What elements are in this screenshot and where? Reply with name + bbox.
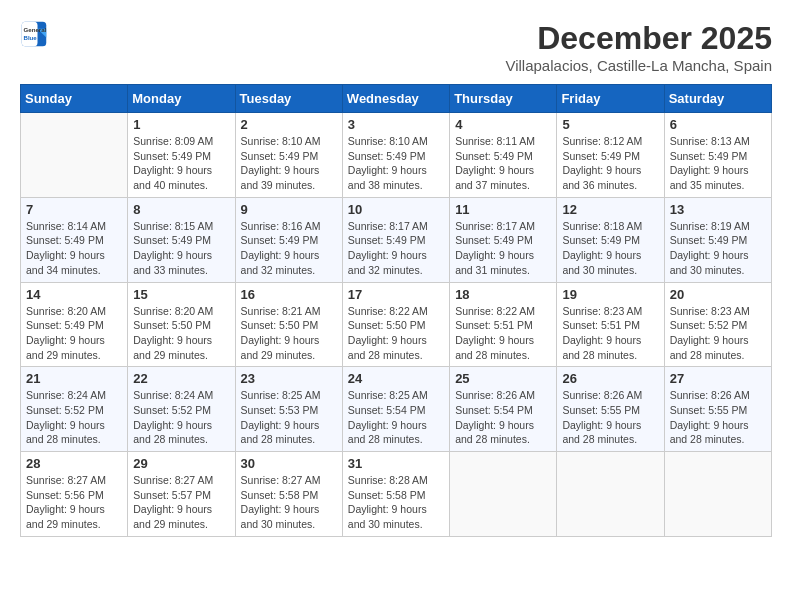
col-header-wednesday: Wednesday (342, 85, 449, 113)
day-info: Sunrise: 8:28 AMSunset: 5:58 PMDaylight:… (348, 473, 444, 532)
day-number: 30 (241, 456, 337, 471)
day-info: Sunrise: 8:11 AMSunset: 5:49 PMDaylight:… (455, 134, 551, 193)
week-row-1: 7Sunrise: 8:14 AMSunset: 5:49 PMDaylight… (21, 197, 772, 282)
day-number: 8 (133, 202, 229, 217)
day-info: Sunrise: 8:16 AMSunset: 5:49 PMDaylight:… (241, 219, 337, 278)
day-cell: 2Sunrise: 8:10 AMSunset: 5:49 PMDaylight… (235, 113, 342, 198)
day-cell: 6Sunrise: 8:13 AMSunset: 5:49 PMDaylight… (664, 113, 771, 198)
logo-icon: General Blue (20, 20, 48, 48)
day-number: 21 (26, 371, 122, 386)
day-number: 5 (562, 117, 658, 132)
day-info: Sunrise: 8:19 AMSunset: 5:49 PMDaylight:… (670, 219, 766, 278)
day-info: Sunrise: 8:20 AMSunset: 5:49 PMDaylight:… (26, 304, 122, 363)
day-cell: 19Sunrise: 8:23 AMSunset: 5:51 PMDayligh… (557, 282, 664, 367)
day-cell: 28Sunrise: 8:27 AMSunset: 5:56 PMDayligh… (21, 452, 128, 537)
day-cell: 3Sunrise: 8:10 AMSunset: 5:49 PMDaylight… (342, 113, 449, 198)
day-info: Sunrise: 8:24 AMSunset: 5:52 PMDaylight:… (133, 388, 229, 447)
day-info: Sunrise: 8:26 AMSunset: 5:54 PMDaylight:… (455, 388, 551, 447)
day-cell: 11Sunrise: 8:17 AMSunset: 5:49 PMDayligh… (450, 197, 557, 282)
day-cell: 30Sunrise: 8:27 AMSunset: 5:58 PMDayligh… (235, 452, 342, 537)
day-number: 31 (348, 456, 444, 471)
svg-text:General: General (24, 26, 47, 33)
day-cell: 13Sunrise: 8:19 AMSunset: 5:49 PMDayligh… (664, 197, 771, 282)
day-cell: 14Sunrise: 8:20 AMSunset: 5:49 PMDayligh… (21, 282, 128, 367)
day-cell: 17Sunrise: 8:22 AMSunset: 5:50 PMDayligh… (342, 282, 449, 367)
svg-text:Blue: Blue (24, 34, 38, 41)
day-cell (450, 452, 557, 537)
day-cell: 24Sunrise: 8:25 AMSunset: 5:54 PMDayligh… (342, 367, 449, 452)
day-cell: 21Sunrise: 8:24 AMSunset: 5:52 PMDayligh… (21, 367, 128, 452)
day-number: 20 (670, 287, 766, 302)
day-cell: 29Sunrise: 8:27 AMSunset: 5:57 PMDayligh… (128, 452, 235, 537)
day-info: Sunrise: 8:22 AMSunset: 5:51 PMDaylight:… (455, 304, 551, 363)
day-cell (21, 113, 128, 198)
col-header-sunday: Sunday (21, 85, 128, 113)
day-info: Sunrise: 8:21 AMSunset: 5:50 PMDaylight:… (241, 304, 337, 363)
day-number: 25 (455, 371, 551, 386)
week-row-0: 1Sunrise: 8:09 AMSunset: 5:49 PMDaylight… (21, 113, 772, 198)
day-number: 4 (455, 117, 551, 132)
day-number: 9 (241, 202, 337, 217)
calendar-subtitle: Villapalacios, Castille-La Mancha, Spain (505, 57, 772, 74)
day-number: 6 (670, 117, 766, 132)
day-info: Sunrise: 8:27 AMSunset: 5:58 PMDaylight:… (241, 473, 337, 532)
day-cell: 27Sunrise: 8:26 AMSunset: 5:55 PMDayligh… (664, 367, 771, 452)
day-info: Sunrise: 8:09 AMSunset: 5:49 PMDaylight:… (133, 134, 229, 193)
col-header-friday: Friday (557, 85, 664, 113)
week-row-3: 21Sunrise: 8:24 AMSunset: 5:52 PMDayligh… (21, 367, 772, 452)
day-cell: 5Sunrise: 8:12 AMSunset: 5:49 PMDaylight… (557, 113, 664, 198)
day-cell: 25Sunrise: 8:26 AMSunset: 5:54 PMDayligh… (450, 367, 557, 452)
day-number: 16 (241, 287, 337, 302)
day-number: 26 (562, 371, 658, 386)
day-info: Sunrise: 8:22 AMSunset: 5:50 PMDaylight:… (348, 304, 444, 363)
day-info: Sunrise: 8:27 AMSunset: 5:56 PMDaylight:… (26, 473, 122, 532)
day-number: 15 (133, 287, 229, 302)
header-row: SundayMondayTuesdayWednesdayThursdayFrid… (21, 85, 772, 113)
day-cell: 16Sunrise: 8:21 AMSunset: 5:50 PMDayligh… (235, 282, 342, 367)
day-number: 19 (562, 287, 658, 302)
day-info: Sunrise: 8:26 AMSunset: 5:55 PMDaylight:… (670, 388, 766, 447)
col-header-monday: Monday (128, 85, 235, 113)
day-cell (557, 452, 664, 537)
day-number: 29 (133, 456, 229, 471)
day-cell: 20Sunrise: 8:23 AMSunset: 5:52 PMDayligh… (664, 282, 771, 367)
day-cell: 15Sunrise: 8:20 AMSunset: 5:50 PMDayligh… (128, 282, 235, 367)
day-info: Sunrise: 8:26 AMSunset: 5:55 PMDaylight:… (562, 388, 658, 447)
day-cell: 10Sunrise: 8:17 AMSunset: 5:49 PMDayligh… (342, 197, 449, 282)
day-number: 22 (133, 371, 229, 386)
day-number: 18 (455, 287, 551, 302)
day-number: 13 (670, 202, 766, 217)
day-info: Sunrise: 8:12 AMSunset: 5:49 PMDaylight:… (562, 134, 658, 193)
day-cell: 7Sunrise: 8:14 AMSunset: 5:49 PMDaylight… (21, 197, 128, 282)
day-cell: 26Sunrise: 8:26 AMSunset: 5:55 PMDayligh… (557, 367, 664, 452)
logo: General Blue (20, 20, 48, 48)
day-cell: 12Sunrise: 8:18 AMSunset: 5:49 PMDayligh… (557, 197, 664, 282)
day-cell: 22Sunrise: 8:24 AMSunset: 5:52 PMDayligh… (128, 367, 235, 452)
col-header-thursday: Thursday (450, 85, 557, 113)
day-info: Sunrise: 8:25 AMSunset: 5:53 PMDaylight:… (241, 388, 337, 447)
col-header-saturday: Saturday (664, 85, 771, 113)
day-number: 14 (26, 287, 122, 302)
title-area: December 2025 Villapalacios, Castille-La… (505, 20, 772, 74)
day-info: Sunrise: 8:23 AMSunset: 5:51 PMDaylight:… (562, 304, 658, 363)
day-cell: 4Sunrise: 8:11 AMSunset: 5:49 PMDaylight… (450, 113, 557, 198)
day-cell: 18Sunrise: 8:22 AMSunset: 5:51 PMDayligh… (450, 282, 557, 367)
day-info: Sunrise: 8:24 AMSunset: 5:52 PMDaylight:… (26, 388, 122, 447)
day-number: 1 (133, 117, 229, 132)
day-cell: 23Sunrise: 8:25 AMSunset: 5:53 PMDayligh… (235, 367, 342, 452)
day-info: Sunrise: 8:20 AMSunset: 5:50 PMDaylight:… (133, 304, 229, 363)
day-info: Sunrise: 8:27 AMSunset: 5:57 PMDaylight:… (133, 473, 229, 532)
day-cell (664, 452, 771, 537)
day-info: Sunrise: 8:14 AMSunset: 5:49 PMDaylight:… (26, 219, 122, 278)
day-number: 28 (26, 456, 122, 471)
day-number: 11 (455, 202, 551, 217)
day-info: Sunrise: 8:25 AMSunset: 5:54 PMDaylight:… (348, 388, 444, 447)
day-number: 10 (348, 202, 444, 217)
day-info: Sunrise: 8:23 AMSunset: 5:52 PMDaylight:… (670, 304, 766, 363)
day-info: Sunrise: 8:18 AMSunset: 5:49 PMDaylight:… (562, 219, 658, 278)
day-cell: 8Sunrise: 8:15 AMSunset: 5:49 PMDaylight… (128, 197, 235, 282)
day-number: 7 (26, 202, 122, 217)
day-number: 27 (670, 371, 766, 386)
day-number: 23 (241, 371, 337, 386)
day-info: Sunrise: 8:13 AMSunset: 5:49 PMDaylight:… (670, 134, 766, 193)
